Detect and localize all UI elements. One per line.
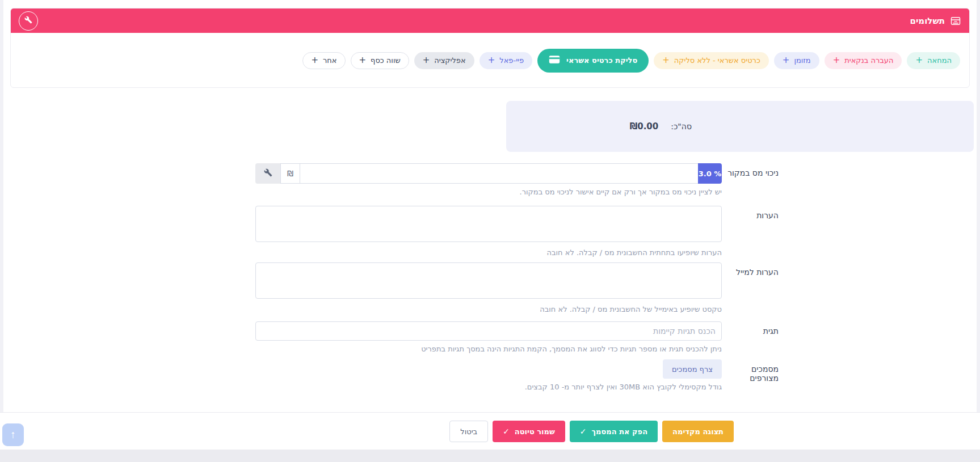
- total-label: סה"כ:: [671, 122, 692, 131]
- withholding-input-group: 3.0 % ₪: [255, 163, 722, 184]
- payment-method-bank-transfer[interactable]: העברה בנקאית +: [825, 52, 902, 69]
- scroll-to-top-button[interactable]: ↑: [2, 423, 24, 446]
- email-notes-textarea[interactable]: [255, 262, 722, 299]
- payments-card-header: תשלומים: [11, 9, 969, 33]
- withholding-row: ניכוי מס במקור 3.0 % ₪: [0, 163, 779, 196]
- email-notes-label: הערות למייל: [722, 262, 779, 277]
- chip-label: מזומן: [794, 56, 810, 65]
- withholding-amount-input[interactable]: [300, 163, 698, 184]
- cash-drawer-icon: [950, 15, 961, 27]
- payment-method-credit-card-no-clearing[interactable]: כרטיס אשראי - ללא סליקה +: [654, 52, 769, 69]
- chip-label: אחר: [323, 56, 337, 65]
- plus-icon: +: [662, 56, 670, 65]
- save-draft-button-label: שמור טיוטה: [515, 427, 555, 436]
- plus-icon: +: [783, 56, 790, 65]
- payment-method-row: המחאה + העברה בנקאית + מזומן + כרטיס אשר…: [11, 33, 969, 88]
- payment-method-cheque[interactable]: המחאה +: [907, 52, 960, 69]
- attachments-helper: גודל מקסימלי לקובץ הוא 30MB ואין לצרף יו…: [255, 383, 722, 391]
- document-form: ניכוי מס במקור 3.0 % ₪: [0, 163, 980, 391]
- footer-bar: תצוגה מקדימה הפק את המסמך ✓ שמור טיוטה ✓…: [0, 412, 980, 450]
- chip-label: פיי-פאל: [499, 56, 524, 65]
- withholding-label: ניכוי מס במקור: [722, 163, 779, 177]
- plus-icon: +: [915, 56, 923, 65]
- save-draft-button[interactable]: שמור טיוטה ✓: [493, 421, 565, 442]
- wrench-icon: [264, 168, 272, 179]
- email-notes-row: הערות למייל טקסט שיופיע באימייל של החשבו…: [0, 262, 779, 313]
- total-summary-box: סה"כ: ₪0.00: [506, 101, 974, 152]
- plus-icon: +: [833, 56, 840, 65]
- payments-card: תשלומים המחאה + העברה בנקאית: [10, 8, 970, 88]
- notes-row: הערות הערות שיופיעו בתחתית החשבונית מס /…: [0, 206, 779, 257]
- produce-button-label: הפק את המסמך: [592, 427, 648, 436]
- attachments-label: מסמכים מצורפים: [722, 359, 779, 383]
- shekel-icon: ₪: [287, 169, 293, 178]
- produce-document-button[interactable]: הפק את המסמך ✓: [570, 421, 658, 442]
- chip-label: סליקת כרטיס אשראי: [566, 56, 637, 65]
- chip-label: כרטיס אשראי - ללא סליקה: [674, 56, 760, 65]
- page-title-group: תשלומים: [910, 15, 961, 27]
- wrench-icon: [24, 15, 32, 26]
- payments-settings-button[interactable]: [19, 11, 38, 31]
- plus-icon: +: [359, 56, 367, 65]
- chip-label: העברה בנקאית: [844, 56, 893, 65]
- cancel-button-label: ביטול: [460, 427, 477, 436]
- withholding-rate-badge: 3.0 %: [698, 163, 722, 184]
- withholding-helper: יש לציין ניכוי מס במקור אך ורק אם קיים א…: [255, 188, 722, 196]
- payments-page: תשלומים המחאה + העברה בנקאית: [0, 0, 980, 462]
- check-icon: ✓: [580, 427, 587, 436]
- cancel-button[interactable]: ביטול: [449, 421, 488, 442]
- chip-label: שווה כסף: [371, 56, 401, 65]
- preview-button[interactable]: תצוגה מקדימה: [662, 421, 734, 442]
- credit-card-icon: [549, 55, 560, 66]
- tag-row: תגית ניתן להכניס תגית או מספר תגיות כדי …: [0, 321, 779, 353]
- notes-helper: הערות שיופיעו בתחתית החשבונית מס / קבלה.…: [255, 248, 722, 257]
- notes-textarea[interactable]: [255, 206, 722, 242]
- tag-helper: ניתן להכניס תגית או מספר תגיות כדי לסווג…: [255, 345, 722, 353]
- check-icon: ✓: [503, 427, 510, 436]
- plus-icon: +: [488, 56, 495, 65]
- tag-label: תגית: [722, 321, 779, 336]
- email-notes-helper: טקסט שיופיע באימייל של החשבונית מס / קבל…: [255, 305, 722, 313]
- notes-label: הערות: [722, 206, 779, 220]
- payment-method-credit-card-clearing-selected[interactable]: סליקת כרטיס אשראי: [537, 49, 649, 73]
- plus-icon: +: [423, 56, 430, 65]
- chip-label: אפליקציה: [434, 56, 465, 65]
- tag-input[interactable]: [255, 321, 722, 341]
- payment-method-other[interactable]: אחר +: [302, 52, 345, 69]
- payment-method-money-equivalent[interactable]: שווה כסף +: [351, 52, 409, 69]
- bottom-strip: [0, 450, 980, 462]
- chip-label: המחאה: [927, 56, 952, 65]
- withholding-settings-button[interactable]: [255, 163, 280, 184]
- attachments-row: מסמכים מצורפים צרף מסמכים גודל מקסימלי ל…: [0, 359, 779, 391]
- attach-documents-button[interactable]: צרף מסמכים: [663, 359, 722, 379]
- currency-toggle-button[interactable]: ₪: [280, 163, 300, 184]
- payment-method-paypal[interactable]: פיי-פאל +: [480, 52, 532, 69]
- arrow-up-icon: ↑: [10, 429, 16, 440]
- preview-button-label: תצוגה מקדימה: [672, 427, 724, 436]
- action-buttons: תצוגה מקדימה הפק את המסמך ✓ שמור טיוטה ✓…: [0, 413, 980, 442]
- payment-method-app[interactable]: אפליקציה +: [414, 52, 474, 69]
- payment-method-cash[interactable]: מזומן +: [774, 52, 819, 69]
- plus-icon: +: [311, 56, 318, 65]
- total-value: ₪0.00: [630, 121, 659, 132]
- page-title: תשלומים: [910, 16, 945, 26]
